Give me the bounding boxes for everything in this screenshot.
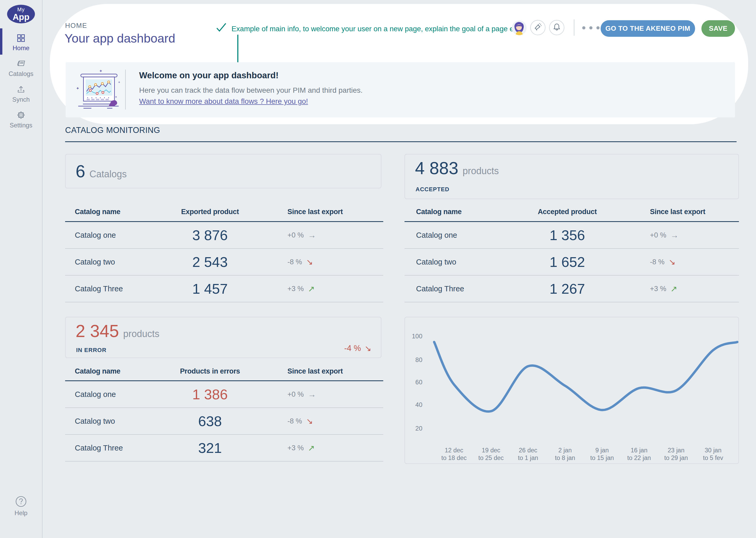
- app-logo[interactable]: My App: [7, 5, 35, 24]
- user-avatar[interactable]: [512, 21, 527, 35]
- table-row: Catalog one 3 876 +0 % →: [65, 222, 383, 249]
- table-row: Catalog Three 1 267 +3 % ↗: [404, 276, 739, 302]
- trend-up-icon: ↗: [308, 444, 315, 452]
- catalog-trend: +0 % →: [268, 231, 383, 239]
- catalog-value: 1 386: [152, 386, 268, 403]
- logo-text-bottom: App: [13, 13, 29, 21]
- go-to-pim-button[interactable]: GO TO THE AKENEO PIM: [601, 20, 695, 37]
- data-flows-link[interactable]: Want to know more about data flows ? Her…: [139, 97, 308, 106]
- checkmark-icon: [216, 23, 227, 34]
- bell-icon: [552, 23, 561, 32]
- catalogs-icon: [17, 59, 25, 68]
- catalog-name: Catalog one: [404, 231, 509, 240]
- header-divider: [574, 20, 574, 36]
- sidebar-item-label: Help: [15, 510, 27, 517]
- notifications-button[interactable]: [549, 20, 564, 35]
- catalog-name: Catalog two: [65, 258, 152, 266]
- column-header: Catalog name: [65, 367, 152, 375]
- sidebar-item-synch[interactable]: Synch: [0, 85, 42, 103]
- column-header: Since last export: [625, 208, 739, 216]
- trend-flat-icon: →: [308, 231, 316, 239]
- breadcrumb[interactable]: HOME: [65, 22, 87, 30]
- trend-text: +0 %: [650, 231, 666, 239]
- catalog-trend: +0 % →: [625, 231, 739, 239]
- banner-body: Here you can track the data flow between…: [139, 86, 362, 94]
- catalog-name: Catalog Three: [65, 444, 152, 452]
- catalog-name: Catalog one: [65, 390, 152, 399]
- sidebar-item-home[interactable]: Home: [0, 34, 42, 52]
- more-options-icon[interactable]: [582, 26, 599, 29]
- y-axis-tick: 100: [407, 333, 422, 340]
- app-dashboard-page: My App Home Catalogs: [0, 0, 756, 538]
- x-axis-tick: 30 janto 5 fev: [694, 447, 732, 462]
- x-axis-tick: 12 decto 18 dec: [436, 447, 473, 462]
- x-axis-labels: 12 decto 18 dec 19 decto 25 dec 26 decto…: [436, 447, 732, 462]
- trend-text: +3 %: [650, 285, 666, 293]
- catalog-name: Catalog Three: [65, 285, 152, 293]
- announcements-button[interactable]: [530, 20, 545, 35]
- error-trend: -4 % ↘: [344, 344, 371, 353]
- accepted-products-card: 4 883 products ACCEPTED: [404, 154, 739, 199]
- accepted-count: 4 883: [415, 158, 458, 178]
- column-header: Since last export: [268, 367, 383, 375]
- section-divider: [65, 141, 736, 142]
- catalog-value: 638: [152, 413, 268, 429]
- trend-text: +3 %: [287, 444, 304, 452]
- column-header: Catalog name: [65, 208, 152, 216]
- catalog-value: 321: [152, 440, 268, 456]
- home-icon: [17, 34, 25, 42]
- table-row: Catalog two 2 543 -8 % ↘: [65, 249, 383, 276]
- trend-up-icon: ↗: [308, 285, 315, 293]
- table-header-row: Catalog name Products in errors Since la…: [65, 362, 383, 381]
- sidebar-item-catalogs[interactable]: Catalogs: [0, 59, 42, 78]
- catalog-trend: +3 % ↗: [625, 285, 739, 293]
- sidebar-item-label: Settings: [10, 122, 32, 129]
- chart-line-svg: [405, 317, 738, 464]
- trend-text: +0 %: [287, 390, 304, 399]
- x-axis-tick: 9 janto 15 jan: [584, 447, 621, 462]
- table-row: Catalog Three 321 +3 % ↗: [65, 435, 383, 461]
- trend-up-icon: ↗: [670, 285, 677, 293]
- trend-text: +3 %: [287, 285, 304, 293]
- sidebar-item-settings[interactable]: Settings: [0, 111, 42, 129]
- exported-products-table: Catalog name Exported product Since last…: [65, 202, 383, 302]
- table-header-row: Catalog name Accepted product Since last…: [404, 202, 739, 222]
- catalog-trend: -8 % ↘: [625, 258, 739, 266]
- trend-flat-icon: →: [670, 231, 679, 239]
- catalog-value: 3 876: [152, 227, 268, 243]
- trend-down-icon: ↘: [306, 258, 313, 266]
- error-count: 2 345: [75, 321, 119, 341]
- error-trend-text: -4 %: [344, 344, 361, 353]
- y-axis-tick: 20: [407, 425, 422, 432]
- banner-divider: [125, 70, 126, 110]
- y-axis-tick: 40: [407, 401, 422, 408]
- table-row: Catalog two 1 652 -8 % ↘: [404, 249, 739, 276]
- trend-text: +0 %: [287, 231, 304, 239]
- column-header: Products in errors: [152, 367, 268, 375]
- error-status-label: IN ERROR: [76, 347, 107, 353]
- y-axis-tick: 80: [407, 356, 422, 363]
- sidebar-item-help[interactable]: Help: [0, 496, 42, 517]
- catalog-value: 1 652: [509, 254, 625, 270]
- sidebar-item-label: Synch: [12, 96, 30, 103]
- trend-text: -8 %: [287, 258, 302, 266]
- catalogs-count: 6: [75, 161, 85, 181]
- upload-sync-icon: [17, 85, 25, 93]
- catalog-name: Catalog two: [65, 417, 152, 426]
- save-button[interactable]: SAVE: [701, 20, 735, 37]
- accepted-products-table: Catalog name Accepted product Since last…: [404, 202, 739, 302]
- column-header: Catalog name: [404, 208, 509, 216]
- catalog-trend: +0 % →: [268, 390, 383, 399]
- error-products-card: 2 345 products IN ERROR -4 % ↘: [65, 317, 381, 358]
- trend-flat-icon: →: [308, 390, 316, 399]
- table-row: Catalog one 1 356 +0 % →: [404, 222, 739, 249]
- catalog-value: 2 543: [152, 254, 268, 270]
- catalog-name: Catalog two: [404, 258, 509, 266]
- trend-text: -8 %: [287, 417, 302, 425]
- catalogs-count-label: Catalogs: [89, 169, 127, 180]
- products-line-chart: 100 80 60 40 20 12 decto 18 dec 19 decto…: [404, 317, 739, 464]
- y-axis-tick: 60: [407, 379, 422, 386]
- x-axis-tick: 23 janto 29 jan: [658, 447, 694, 462]
- help-icon: [16, 496, 26, 507]
- error-count-label: products: [123, 328, 159, 340]
